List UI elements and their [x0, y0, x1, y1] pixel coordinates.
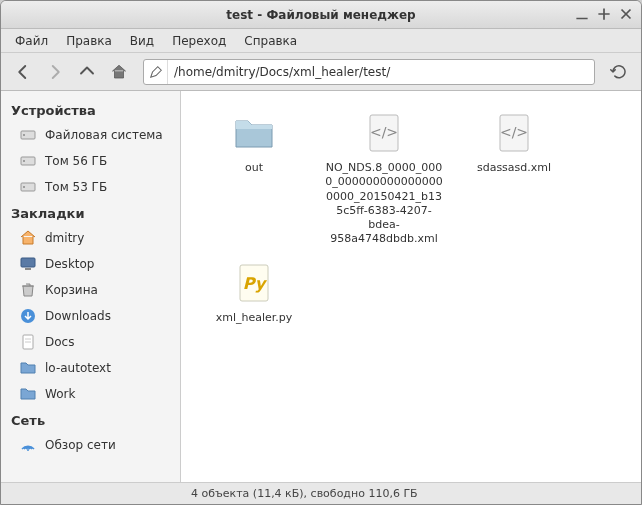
svg-text:</>: </> [370, 124, 398, 140]
file-item-python[interactable]: Py xml_healer.py [189, 253, 319, 331]
window-title: test - Файловый менеджер [226, 8, 415, 22]
sidebar-item-filesystem[interactable]: Файловая система [1, 122, 180, 148]
svg-rect-12 [25, 268, 31, 270]
sidebar-item-volume-53[interactable]: Том 53 ГБ [1, 174, 180, 200]
pathbar [143, 59, 595, 85]
sidebar-item-desktop[interactable]: Desktop [1, 251, 180, 277]
file-manager-window: test - Файловый менеджер Файл Правка Вид… [0, 0, 642, 505]
window-controls [573, 5, 635, 23]
file-label: out [245, 161, 263, 175]
refresh-button[interactable] [605, 58, 633, 86]
file-item-xml[interactable]: </> sdassasd.xml [449, 103, 579, 253]
sidebar-item-label: Desktop [45, 257, 95, 271]
folder-icon [19, 359, 37, 377]
desktop-icon [19, 255, 37, 273]
svg-point-6 [23, 134, 25, 136]
sidebar-item-network[interactable]: Обзор сети [1, 432, 180, 458]
body: Устройства Файловая система Том 56 ГБ То… [1, 91, 641, 482]
minimize-button[interactable] [573, 5, 591, 23]
file-label: xml_healer.py [216, 311, 293, 325]
statusbar: 4 объекта (11,4 кБ), свободно 110,6 ГБ [1, 482, 641, 504]
icon-grid: out </> NO_NDS.8_0000_0000_0000000000000… [189, 103, 633, 331]
svg-rect-11 [21, 258, 35, 267]
home-button[interactable] [105, 58, 133, 86]
svg-point-10 [23, 186, 25, 188]
xml-file-icon: </> [490, 109, 538, 157]
back-button[interactable] [9, 58, 37, 86]
sidebar-header-devices: Устройства [1, 97, 180, 122]
path-edit-toggle[interactable] [144, 60, 168, 84]
file-label: NO_NDS.8_0000_0000_0000000000000000000_2… [324, 161, 444, 247]
svg-text:Py: Py [243, 274, 268, 293]
menu-view[interactable]: Вид [122, 31, 162, 51]
sidebar-item-home[interactable]: dmitry [1, 225, 180, 251]
titlebar[interactable]: test - Файловый менеджер [1, 1, 641, 29]
sidebar-item-label: Том 56 ГБ [45, 154, 107, 168]
folder-icon [230, 109, 278, 157]
menu-file[interactable]: Файл [7, 31, 56, 51]
menu-go[interactable]: Переход [164, 31, 234, 51]
sidebar-item-lo-autotext[interactable]: lo-autotext [1, 355, 180, 381]
forward-button[interactable] [41, 58, 69, 86]
content-area[interactable]: out </> NO_NDS.8_0000_0000_0000000000000… [181, 91, 641, 482]
sidebar: Устройства Файловая система Том 56 ГБ То… [1, 91, 181, 482]
close-button[interactable] [617, 5, 635, 23]
sidebar-item-volume-56[interactable]: Том 56 ГБ [1, 148, 180, 174]
python-file-icon: Py [230, 259, 278, 307]
sidebar-item-label: Файловая система [45, 128, 163, 142]
file-item-folder[interactable]: out [189, 103, 319, 253]
home-icon [19, 229, 37, 247]
sidebar-item-label: Work [45, 387, 75, 401]
status-text: 4 объекта (11,4 кБ), свободно 110,6 ГБ [191, 487, 418, 500]
drive-icon [19, 152, 37, 170]
sidebar-item-label: Том 53 ГБ [45, 180, 107, 194]
path-input[interactable] [168, 65, 594, 79]
sidebar-item-docs[interactable]: Docs [1, 329, 180, 355]
menubar: Файл Правка Вид Переход Справка [1, 29, 641, 53]
folder-icon [19, 385, 37, 403]
sidebar-item-label: Docs [45, 335, 74, 349]
sidebar-item-label: Корзина [45, 283, 98, 297]
trash-icon [19, 281, 37, 299]
svg-point-17 [27, 449, 29, 451]
menu-help[interactable]: Справка [236, 31, 305, 51]
sidebar-item-label: Downloads [45, 309, 111, 323]
folder-doc-icon [19, 333, 37, 351]
svg-point-8 [23, 160, 25, 162]
sidebar-item-label: Обзор сети [45, 438, 116, 452]
sidebar-item-downloads[interactable]: Downloads [1, 303, 180, 329]
sidebar-item-label: lo-autotext [45, 361, 111, 375]
network-icon [19, 436, 37, 454]
file-item-xml[interactable]: </> NO_NDS.8_0000_0000_00000000000000000… [319, 103, 449, 253]
sidebar-item-label: dmitry [45, 231, 84, 245]
drive-icon [19, 178, 37, 196]
menu-edit[interactable]: Правка [58, 31, 120, 51]
toolbar [1, 53, 641, 91]
up-button[interactable] [73, 58, 101, 86]
drive-icon [19, 126, 37, 144]
sidebar-item-trash[interactable]: Корзина [1, 277, 180, 303]
sidebar-item-work[interactable]: Work [1, 381, 180, 407]
svg-text:</>: </> [500, 124, 528, 140]
xml-file-icon: </> [360, 109, 408, 157]
file-label: sdassasd.xml [477, 161, 551, 175]
download-icon [19, 307, 37, 325]
sidebar-header-bookmarks: Закладки [1, 200, 180, 225]
sidebar-header-network: Сеть [1, 407, 180, 432]
maximize-button[interactable] [595, 5, 613, 23]
